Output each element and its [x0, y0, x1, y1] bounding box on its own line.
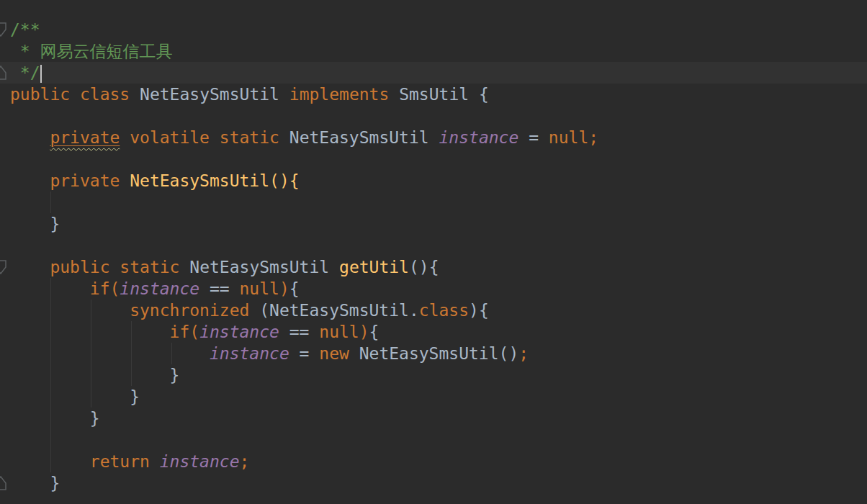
code-line[interactable]: public class NetEasySmsUtil implements S…: [0, 84, 867, 105]
code-token: }: [10, 409, 100, 428]
code-token: }: [10, 215, 60, 233]
code-token-warning: private: [50, 128, 120, 147]
code-line[interactable]: private volatile static NetEasySmsUtil i…: [0, 127, 867, 148]
code-token: [10, 279, 90, 298]
code-token: ;: [518, 344, 529, 363]
fold-arrow-up-icon[interactable]: [0, 474, 6, 492]
code-line[interactable]: public static NetEasySmsUtil getUtil(){: [0, 256, 867, 278]
code-token: [429, 128, 439, 147]
code-token: }: [10, 387, 140, 406]
code-token: NetEasySmsUtil: [289, 128, 429, 147]
code-line[interactable]: * 网易云信短信工具: [0, 40, 867, 62]
code-token: [179, 258, 189, 276]
code-token: NetEasySmsUtil: [140, 85, 279, 104]
code-token: [329, 258, 339, 276]
code-token: [10, 301, 130, 320]
code-token: */: [10, 63, 40, 82]
code-token: {: [289, 279, 300, 298]
code-token: (): [499, 344, 519, 363]
code-token: static: [220, 128, 279, 147]
code-token: instance: [199, 323, 279, 341]
code-token: =: [518, 128, 549, 147]
code-token: static: [120, 258, 179, 276]
code-line[interactable]: if(instance == null){: [0, 321, 867, 343]
code-area[interactable]: /** * 网易云信短信工具 */public class NetEasySms…: [0, 19, 867, 494]
code-line[interactable]: }: [0, 472, 867, 494]
code-token: [120, 128, 130, 147]
code-token: class: [80, 85, 130, 104]
code-token: implements: [289, 85, 389, 104]
code-token: }: [10, 474, 60, 492]
text-caret: [40, 65, 42, 83]
code-token: /**: [10, 20, 40, 39]
fold-arrow-down-icon[interactable]: [0, 21, 6, 38]
code-token: instance: [120, 279, 199, 298]
code-token: [349, 344, 359, 363]
code-token: instance: [210, 344, 289, 363]
code-token: [10, 171, 50, 190]
code-token: ){: [469, 301, 489, 320]
code-token: =: [289, 344, 320, 363]
code-token: [279, 128, 289, 147]
code-line[interactable]: }: [0, 364, 867, 386]
code-token: .: [409, 301, 419, 320]
warning-squiggle: private: [50, 128, 120, 147]
code-token: public: [50, 258, 109, 276]
code-token: [70, 85, 80, 104]
code-token: (: [109, 279, 120, 298]
code-token: [120, 171, 130, 190]
code-token: NetEasySmsUtil: [359, 344, 499, 363]
code-token: volatile: [130, 128, 210, 147]
code-token: ==: [199, 279, 239, 298]
code-line[interactable]: return instance;: [0, 451, 867, 472]
code-token: if: [90, 279, 110, 298]
code-token: NetEasySmsUtil: [189, 258, 329, 276]
code-line[interactable]: if(instance == null){: [0, 278, 867, 300]
code-token: SmsUtil: [399, 85, 469, 104]
code-token: [10, 323, 170, 341]
code-token: new: [319, 344, 349, 363]
code-line[interactable]: [0, 148, 867, 170]
code-token: {: [369, 323, 379, 341]
code-line[interactable]: /**: [0, 19, 867, 40]
code-token: [150, 452, 160, 471]
code-token: if: [170, 323, 190, 341]
code-token: [10, 452, 90, 471]
code-token: * 网易云信短信工具: [10, 42, 173, 60]
code-token: ): [279, 279, 289, 298]
code-token: null: [319, 323, 359, 341]
code-line[interactable]: [0, 192, 867, 213]
code-token: instance: [439, 128, 519, 147]
code-token: [10, 258, 50, 276]
code-token: (: [249, 301, 269, 320]
code-token: NetEasySmsUtil: [269, 301, 409, 320]
code-line[interactable]: [0, 105, 867, 127]
code-token: NetEasySmsUtil(){: [130, 171, 299, 190]
editor-viewport: /** * 网易云信短信工具 */public class NetEasySms…: [0, 0, 867, 504]
code-token: class: [419, 301, 469, 320]
code-line[interactable]: }: [0, 408, 867, 429]
code-line[interactable]: instance = new NetEasySmsUtil();: [0, 343, 867, 364]
code-token: private: [50, 171, 120, 190]
code-token: [210, 128, 220, 147]
code-token: ==: [279, 323, 319, 341]
code-line[interactable]: [0, 235, 867, 256]
code-token: [279, 85, 289, 104]
code-line-current[interactable]: */: [0, 62, 867, 84]
code-line[interactable]: private NetEasySmsUtil(){: [0, 170, 867, 192]
code-line[interactable]: }: [0, 213, 867, 235]
code-token: }: [10, 366, 179, 384]
code-token: [109, 258, 120, 276]
code-token: [389, 85, 399, 104]
fold-arrow-down-icon[interactable]: [0, 258, 6, 276]
code-line[interactable]: [0, 429, 867, 451]
fold-arrow-up-icon[interactable]: [0, 64, 6, 81]
code-token: (: [189, 323, 199, 341]
code-line[interactable]: }: [0, 386, 867, 408]
code-token: ;: [240, 452, 250, 471]
code-token: [130, 85, 140, 104]
code-token: synchronized: [130, 301, 249, 320]
code-token: ): [359, 323, 369, 341]
code-token: [10, 344, 210, 363]
code-line[interactable]: synchronized (NetEasySmsUtil.class){: [0, 300, 867, 321]
